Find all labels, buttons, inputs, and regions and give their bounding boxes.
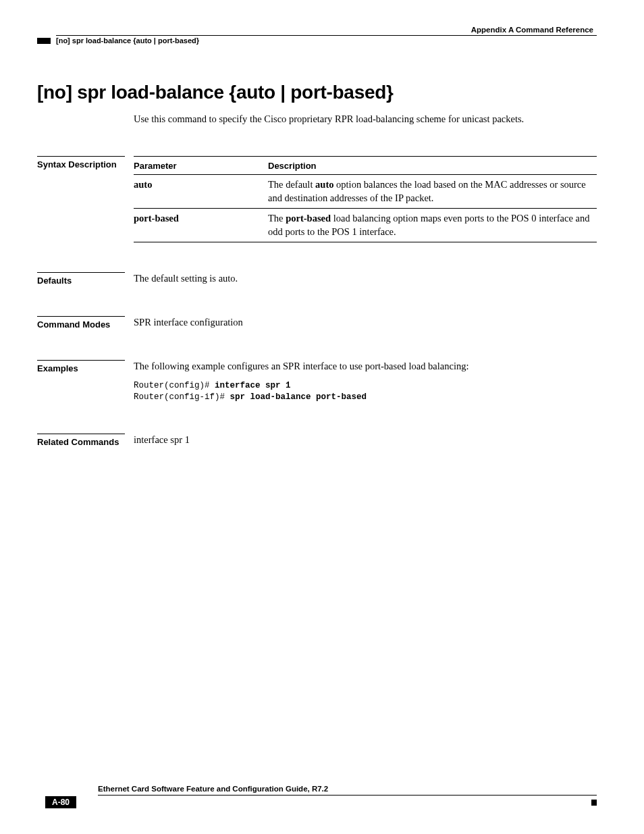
th-description: Description bbox=[268, 156, 597, 175]
intro-text: Use this command to specify the Cisco pr… bbox=[134, 113, 597, 126]
section-examples: Examples The following example configure… bbox=[37, 360, 597, 404]
footer-title: Ethernet Card Software Feature and Confi… bbox=[98, 785, 328, 793]
section-related: Related Commands interface spr 1 bbox=[37, 434, 597, 448]
label-related: Related Commands bbox=[37, 434, 125, 447]
desc-pre: The default bbox=[268, 179, 315, 190]
header-command-short: [no] spr load-balance {auto | port-based… bbox=[56, 36, 199, 45]
header-appendix: Appendix A Command Reference bbox=[56, 26, 597, 36]
footer-marker-block bbox=[591, 800, 597, 806]
table-row: port-based The port-based load balancing… bbox=[134, 209, 597, 242]
code-command: spr load-balance port-based bbox=[230, 392, 367, 402]
example-code: Router(config)# interface spr 1 Router(c… bbox=[134, 380, 597, 404]
defaults-text: The default setting is auto. bbox=[134, 272, 597, 286]
code-prompt: Router(config-if)# bbox=[134, 392, 230, 402]
examples-text: The following example configures an SPR … bbox=[134, 360, 597, 373]
th-parameter: Parameter bbox=[134, 156, 268, 175]
label-defaults: Defaults bbox=[37, 272, 125, 286]
param-cell: auto bbox=[134, 175, 268, 209]
section-syntax: Syntax Description Parameter Description… bbox=[37, 156, 597, 243]
code-prompt: Router(config)# bbox=[134, 381, 215, 390]
related-text: interface spr 1 bbox=[134, 434, 597, 448]
header-marker-block bbox=[37, 38, 51, 44]
modes-text: SPR interface configuration bbox=[134, 316, 597, 330]
label-modes: Command Modes bbox=[37, 316, 125, 330]
label-examples: Examples bbox=[37, 360, 125, 373]
syntax-table: Parameter Description auto The default a… bbox=[134, 156, 597, 243]
param-cell: port-based bbox=[134, 209, 268, 242]
footer: Ethernet Card Software Feature and Confi… bbox=[37, 785, 597, 808]
section-modes: Command Modes SPR interface configuratio… bbox=[37, 316, 597, 330]
desc-bold: auto bbox=[315, 179, 333, 190]
page: Appendix A Command Reference [no] spr lo… bbox=[0, 0, 644, 834]
desc-cell: The default auto option balances the loa… bbox=[268, 175, 597, 209]
desc-bold: port-based bbox=[286, 213, 331, 224]
label-syntax: Syntax Description bbox=[37, 156, 125, 170]
table-row: auto The default auto option balances th… bbox=[134, 175, 597, 209]
section-defaults: Defaults The default setting is auto. bbox=[37, 272, 597, 286]
header-sub-row: [no] spr load-balance {auto | port-based… bbox=[37, 36, 597, 45]
desc-pre: The bbox=[268, 213, 286, 224]
code-command: interface spr 1 bbox=[215, 381, 291, 390]
page-number: A-80 bbox=[45, 796, 76, 808]
page-title: [no] spr load-balance {auto | port-based… bbox=[37, 82, 597, 103]
desc-cell: The port-based load balancing option map… bbox=[268, 209, 597, 242]
